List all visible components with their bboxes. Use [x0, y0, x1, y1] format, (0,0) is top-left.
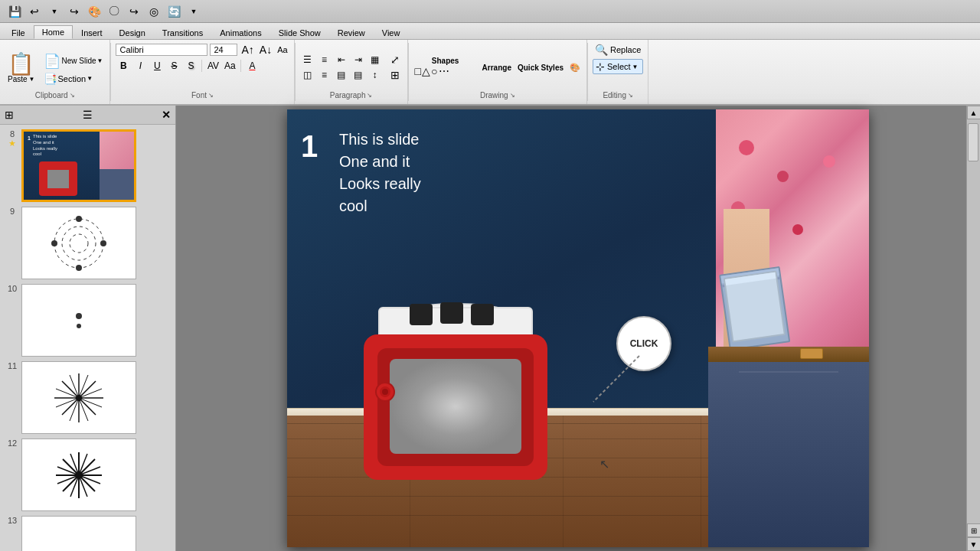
circle-dots-svg [48, 213, 109, 274]
shadow-button[interactable]: S [183, 59, 198, 73]
change-case-button[interactable]: Aa [222, 59, 237, 73]
smart-art-button[interactable]: ⊞ [387, 68, 403, 82]
font-name-input[interactable] [116, 44, 207, 56]
svg-point-4 [76, 265, 82, 271]
para-expander[interactable]: ↘ [367, 92, 372, 99]
person-jeans [708, 348, 869, 547]
decrease-font-size-button[interactable]: A↓ [258, 43, 273, 57]
numbered-list-button[interactable]: ≡ [317, 53, 332, 67]
panel-close-button[interactable]: ✕ [162, 109, 171, 121]
scroll-up-button[interactable]: ▲ [967, 106, 981, 119]
tab-insert[interactable]: Insert [73, 26, 111, 39]
circle-button[interactable]: 〇 [106, 3, 122, 20]
editing-expander[interactable]: ↘ [628, 92, 633, 99]
scroll-down-button[interactable]: ▼ [967, 537, 981, 551]
svg-point-35 [382, 389, 388, 395]
tab-slideshow[interactable]: Slide Show [270, 26, 329, 39]
drawing-controls: Shapes □ △ ○ ⋯ Arrange Quick Styles 🎨 [413, 43, 582, 91]
tab-transitions[interactable]: Transitions [154, 26, 211, 39]
font-color-button[interactable]: A [244, 59, 260, 73]
strikethrough-button[interactable]: S [166, 59, 181, 73]
arrange-button[interactable]: Arrange [481, 60, 513, 74]
panel-grid-icon[interactable]: ⊞ [5, 109, 14, 121]
shapes-button[interactable]: Shapes □ △ ○ ⋯ [413, 55, 478, 79]
tab-view[interactable]: View [374, 26, 409, 39]
align-right-button[interactable]: ▤ [334, 68, 349, 82]
slide-item-8[interactable]: 8 ★ 1 This is slideOne and itLooks reall… [3, 129, 172, 202]
italic-button[interactable]: I [132, 59, 148, 73]
shape-fill-button[interactable]: 🎨 [568, 60, 582, 74]
redo2-button[interactable]: ↪ [126, 3, 142, 20]
increase-font-size-button[interactable]: A↑ [240, 43, 255, 57]
para-cols: ☰ ≡ ⇤ ⇥ ▦ ◫ ≡ ▤ ▤ ↕ [300, 53, 383, 82]
tab-design[interactable]: Design [111, 26, 154, 39]
bold-button[interactable]: B [116, 59, 131, 73]
drawing-expander[interactable]: ↘ [510, 92, 515, 99]
slide-item-10[interactable]: 10 [3, 284, 172, 357]
click-line-svg [578, 348, 670, 409]
column-button[interactable]: ▦ [368, 53, 383, 67]
align-center-button[interactable]: ≡ [317, 68, 332, 82]
justify-button[interactable]: ▤ [351, 68, 366, 82]
section-button[interactable]: 📑 Section ▼ [41, 72, 106, 86]
new-slide-button[interactable]: 📄 New Slide ▼ [41, 52, 106, 70]
drawing-footer: Drawing ↘ [413, 91, 582, 101]
select-button[interactable]: ⊹ Select ▼ [593, 59, 643, 74]
starburst-svg-11 [52, 371, 106, 425]
slide-thumb-10 [21, 284, 136, 357]
text-direction-button[interactable]: ⤢ [387, 53, 403, 67]
slide-item-12[interactable]: 12 [3, 439, 172, 511]
target-button[interactable]: ◎ [145, 3, 162, 20]
ribbon-tabs-row: File Home Insert Design Transitions Anim… [0, 23, 980, 40]
paste-button[interactable]: 📋 Paste ▼ [5, 52, 38, 85]
clear-formatting-button[interactable]: Aa [276, 44, 289, 55]
indent-right-button[interactable]: ⇥ [351, 53, 366, 67]
expand-button[interactable]: ⊞ [967, 523, 981, 537]
viewmaster-toy [325, 266, 586, 497]
slide-thumb-13 [21, 516, 136, 551]
drawing-group: Shapes □ △ ○ ⋯ Arrange Quick Styles 🎨 [409, 40, 587, 104]
clipboard-expander[interactable]: ↘ [70, 92, 75, 99]
undo-dropdown-button[interactable]: ▼ [46, 3, 63, 20]
indent-left-button[interactable]: ⇤ [334, 53, 349, 67]
slide-big-number: 1 [301, 129, 318, 163]
bullet-list-button[interactable]: ☰ [300, 53, 315, 67]
slides-btns: 📄 New Slide ▼ 📑 Section ▼ [41, 52, 106, 86]
editing-footer: Editing ↘ [593, 91, 643, 101]
find-replace-button[interactable]: 🔍 Replace [593, 43, 643, 57]
tab-animations[interactable]: Animations [211, 26, 270, 39]
font-expander[interactable]: ↘ [208, 92, 214, 99]
slide-text-line1: This is slide [339, 129, 421, 151]
starburst-svg-12 [52, 448, 106, 502]
underline-button[interactable]: U [149, 59, 165, 73]
slide-item-11[interactable]: 11 [3, 361, 172, 434]
slide-thumb-12 [21, 439, 136, 511]
click-label: CLICK [630, 338, 658, 349]
line-spacing-button[interactable]: ↕ [368, 68, 383, 82]
para-footer: Paragraph ↘ [300, 91, 403, 101]
main-slide: 1 This is slide One and it Looks really … [287, 109, 869, 547]
font-size-input[interactable] [210, 44, 237, 56]
redo-button[interactable]: ↪ [66, 3, 83, 20]
tab-file[interactable]: File [3, 26, 34, 39]
qat-dropdown-button[interactable]: ▼ [185, 3, 202, 20]
main-area: ⊞ ☰ ✕ 8 ★ 1 This is slideOne and itLooks… [0, 106, 980, 551]
quick-styles-button[interactable]: Quick Styles [516, 60, 565, 74]
panel-list-icon[interactable]: ☰ [83, 109, 93, 121]
panel-header: ⊞ ☰ ✕ [0, 106, 175, 125]
slide-item-13[interactable]: 13 [3, 516, 172, 551]
tab-home[interactable]: Home [34, 25, 73, 39]
slide-item-9[interactable]: 9 [3, 207, 172, 279]
color-button[interactable]: 🎨 [86, 3, 103, 20]
svg-point-1 [62, 227, 96, 260]
person-area [708, 109, 869, 547]
tab-review[interactable]: Review [329, 26, 374, 39]
refresh-button[interactable]: 🔄 [165, 3, 182, 20]
align-left-button[interactable]: ◫ [300, 68, 315, 82]
char-spacing-button[interactable]: AV [205, 59, 220, 73]
undo-button[interactable]: ↩ [26, 3, 43, 20]
save-button[interactable]: 💾 [6, 3, 23, 20]
para-row-2: ◫ ≡ ▤ ▤ ↕ [300, 68, 383, 82]
scroll-thumb[interactable] [968, 123, 978, 161]
svg-point-3 [76, 216, 82, 222]
